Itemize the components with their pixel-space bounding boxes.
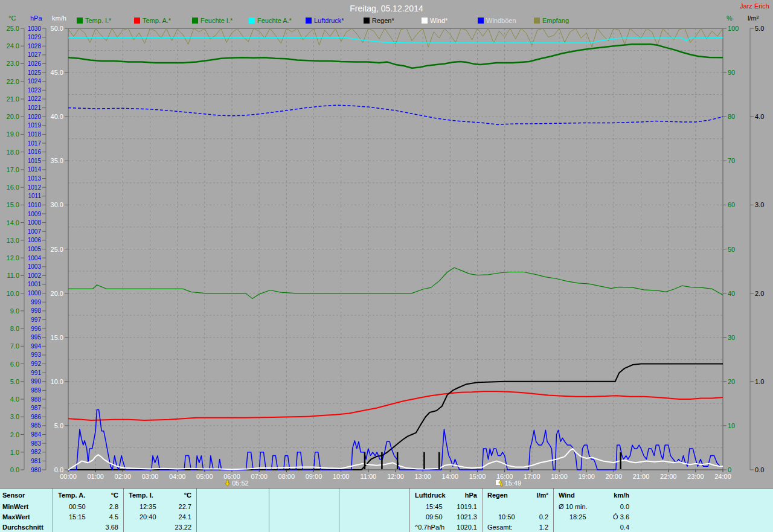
svg-text:35.0: 35.0 (51, 157, 63, 164)
stats-column-wind: Windkm/h Ø 10 min.0.0 18:25Ó 3.6 0.4 (553, 489, 773, 532)
svg-text:9.0: 9.0 (10, 307, 19, 315)
svg-text:40.0: 40.0 (51, 113, 63, 120)
svg-text:90: 90 (728, 69, 735, 76)
svg-text:17:00: 17:00 (524, 473, 540, 480)
statistics-table: Sensor MinWert MaxWert Durchschnitt Temp… (0, 488, 773, 532)
svg-text:992: 992 (31, 361, 41, 367)
svg-text:995: 995 (31, 334, 41, 341)
svg-text:15.0: 15.0 (51, 334, 63, 341)
svg-text:990: 990 (31, 378, 41, 385)
svg-text:1015: 1015 (28, 158, 42, 164)
svg-text:4.0: 4.0 (755, 113, 764, 120)
svg-text:45.0: 45.0 (51, 69, 63, 76)
svg-text:03:00: 03:00 (142, 473, 159, 480)
svg-text:50.0: 50.0 (51, 25, 63, 32)
svg-text:989: 989 (31, 387, 41, 394)
svg-text:04:00: 04:00 (169, 473, 186, 480)
svg-text:14:00: 14:00 (442, 473, 459, 480)
svg-text:1.0: 1.0 (755, 378, 764, 385)
svg-text:60: 60 (728, 201, 735, 208)
svg-text:1013: 1013 (28, 175, 42, 182)
svg-text:15.0: 15.0 (7, 201, 19, 208)
svg-text:1030: 1030 (28, 25, 42, 32)
series-temp-i (68, 44, 723, 68)
svg-text:3.0: 3.0 (755, 201, 764, 208)
svg-text:1004: 1004 (28, 255, 42, 261)
svg-text:12.0: 12.0 (7, 254, 19, 261)
svg-text:0.0: 0.0 (755, 466, 764, 473)
svg-text:1025: 1025 (28, 69, 42, 76)
stats-row-header-column: Sensor MinWert MaxWert Durchschnitt (0, 489, 53, 532)
svg-text:30: 30 (728, 334, 735, 341)
svg-text:1019: 1019 (28, 122, 42, 129)
svg-text:09:00: 09:00 (306, 473, 322, 480)
svg-text:1.0: 1.0 (10, 449, 19, 456)
svg-text:8.0: 8.0 (10, 325, 19, 332)
svg-text:1010: 1010 (28, 202, 42, 208)
weather-app-window: Freitag, 05.12.2014 Jarz Erich °C hPa km… (0, 0, 773, 532)
svg-text:1024: 1024 (28, 78, 42, 85)
svg-text:1026: 1026 (28, 60, 42, 67)
svg-text:1023: 1023 (28, 87, 42, 94)
svg-text:19.0: 19.0 (7, 130, 19, 138)
svg-text:1007: 1007 (28, 228, 42, 235)
svg-text:7.0: 7.0 (10, 342, 19, 350)
stats-column-regen: Regenl/m² 10:500.2 Gesamt:1.2 (482, 489, 553, 532)
svg-text:986: 986 (31, 414, 41, 420)
svg-text:00:00: 00:00 (60, 473, 77, 480)
svg-text:10.0: 10.0 (51, 378, 63, 385)
svg-text:25.0: 25.0 (51, 246, 63, 253)
svg-text:1012: 1012 (28, 184, 42, 191)
svg-text:997: 997 (31, 316, 41, 323)
svg-text:1014: 1014 (28, 166, 42, 173)
svg-text:999: 999 (31, 299, 41, 306)
svg-text:24.0: 24.0 (7, 42, 19, 50)
svg-text:40: 40 (728, 290, 735, 297)
svg-text:6.0: 6.0 (10, 361, 19, 368)
svg-text:981: 981 (31, 458, 41, 464)
svg-text:985: 985 (31, 422, 41, 429)
svg-text:1005: 1005 (28, 246, 42, 252)
svg-text:17.0: 17.0 (7, 166, 19, 173)
svg-text:1011: 1011 (28, 193, 41, 199)
svg-text:988: 988 (31, 396, 41, 403)
svg-text:1002: 1002 (28, 272, 42, 279)
sunrise-marker: 05:52 (224, 479, 249, 487)
svg-text:5.0: 5.0 (755, 25, 764, 32)
svg-text:13:00: 13:00 (414, 473, 431, 480)
svg-text:0.0: 0.0 (10, 466, 19, 473)
stats-column-luftdruck: LuftdruckhPa 15:451019.1 09:501021.3 ^0.… (409, 489, 482, 532)
svg-text:50: 50 (728, 246, 735, 253)
svg-text:23:00: 23:00 (687, 473, 704, 480)
svg-text:10: 10 (728, 422, 735, 429)
svg-text:80: 80 (728, 113, 735, 120)
stats-column-empty-3 (339, 489, 409, 532)
svg-text:1017: 1017 (28, 140, 42, 147)
svg-text:993: 993 (31, 351, 41, 358)
svg-text:1020: 1020 (28, 114, 42, 120)
svg-text:1021: 1021 (28, 104, 42, 111)
svg-text:22:00: 22:00 (660, 473, 677, 480)
svg-text:70: 70 (728, 157, 735, 164)
stats-column-temp-a: Temp. A.°C 00:502.8 15:154.5 3.68 (53, 489, 123, 532)
svg-text:1028: 1028 (28, 43, 42, 50)
svg-text:07:00: 07:00 (251, 473, 268, 480)
svg-text:14.0: 14.0 (7, 219, 19, 226)
sunset-marker: 15:49 (496, 479, 522, 487)
svg-text:4.0: 4.0 (10, 396, 19, 403)
svg-text:10:00: 10:00 (333, 473, 350, 480)
svg-text:23.0: 23.0 (7, 60, 19, 67)
sun-down-icon (224, 479, 231, 487)
svg-text:10.0: 10.0 (7, 290, 19, 297)
svg-text:13.0: 13.0 (7, 237, 19, 244)
svg-text:16.0: 16.0 (7, 184, 19, 191)
svg-text:982: 982 (31, 449, 41, 455)
svg-text:18:00: 18:00 (551, 473, 568, 480)
svg-text:1008: 1008 (28, 219, 42, 226)
svg-text:100: 100 (728, 25, 739, 32)
stats-column-empty-1 (196, 489, 269, 532)
stats-column-temp-i: Temp. I.°C 12:3522.7 20:4024.1 23.22 (123, 489, 196, 532)
svg-text:2.0: 2.0 (10, 431, 19, 438)
weather-chart-canvas: 25.024.023.022.021.020.019.018.017.016.0… (0, 0, 773, 489)
svg-text:1006: 1006 (28, 237, 42, 243)
